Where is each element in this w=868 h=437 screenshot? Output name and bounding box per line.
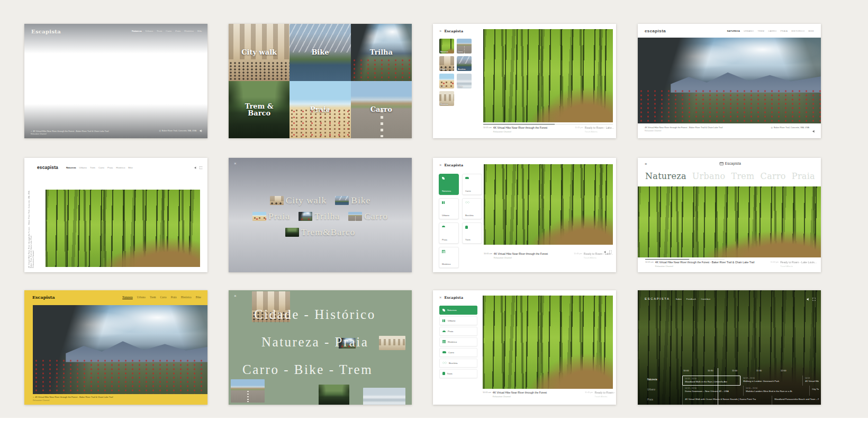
card-historico[interactable]: Histórico	[439, 247, 459, 268]
guide-cell[interactable]: Woodland Panaaurinko Beach and Town – PH	[772, 396, 821, 405]
nav-trem[interactable]: Trem	[157, 30, 162, 32]
card-praia[interactable]: Praia	[439, 222, 459, 244]
menu-line-natureza-praia[interactable]: Natureza - Praia	[261, 335, 368, 350]
progress-bar[interactable]	[483, 124, 613, 124]
logo[interactable]: Escapista	[444, 163, 463, 167]
guide-cell[interactable]: 14:13 – 15:50 Walking in London: Greenwi…	[740, 376, 802, 386]
category-tile-carro[interactable]: Carro	[351, 81, 412, 138]
list-item-bicicleta[interactable]: Bicicleta	[439, 359, 477, 368]
nav-natureza[interactable]: Natureza	[66, 166, 76, 169]
forest-video-player[interactable]	[638, 186, 821, 257]
nav-carro[interactable]: Carro	[160, 296, 166, 299]
nav-praia[interactable]: Praia	[107, 166, 113, 169]
list-item-natureza[interactable]: Natureza	[439, 306, 477, 315]
forest-video-player[interactable]	[483, 296, 613, 389]
tab-natureza[interactable]: Natureza	[645, 171, 686, 181]
nav-contribuir[interactable]: Contribuir	[701, 298, 710, 300]
tab-trem[interactable]: Trem	[731, 171, 754, 181]
nav-historico[interactable]: Histórico	[116, 166, 125, 169]
forest-video-player[interactable]	[46, 190, 200, 267]
nav-trem[interactable]: Trem	[90, 166, 95, 169]
thumb-praia[interactable]: Praia	[439, 74, 454, 88]
forest-video-player[interactable]	[483, 29, 613, 122]
nav-praia[interactable]: PRAIA	[780, 30, 788, 32]
nav-praia[interactable]: Praia	[175, 30, 180, 32]
nav-bike[interactable]: Bike	[196, 296, 201, 299]
logo[interactable]: Escapista	[444, 296, 463, 300]
fullscreen-icon[interactable]	[812, 294, 816, 304]
guide-cell[interactable]: 14:13 4K Virtual Hike Near River T	[802, 376, 821, 386]
logo[interactable]: escapista	[37, 165, 58, 170]
category-tile-bike[interactable]: Bike	[290, 24, 350, 81]
nav-historico[interactable]: HISTORICO	[791, 30, 804, 32]
thumb-trem[interactable]: Trem	[457, 74, 472, 88]
thumb-historico[interactable]: Histórico	[439, 91, 454, 106]
nav-praia[interactable]: Praia	[171, 296, 177, 299]
logo[interactable]: Escapista	[32, 295, 55, 300]
card-urbano[interactable]: Urbano	[439, 198, 459, 219]
nav-urbano[interactable]: URBANO	[744, 30, 754, 32]
nav-bike[interactable]: Bike	[128, 166, 133, 169]
tab-praia[interactable]: Praia	[792, 171, 815, 181]
nav-carro[interactable]: Carro	[166, 30, 171, 32]
nav-bike[interactable]: BIKE	[808, 30, 814, 32]
list-item-urbano[interactable]: Urbano	[439, 316, 477, 325]
nav-trem[interactable]: TREM	[757, 30, 764, 32]
fullscreen-icon[interactable]	[200, 163, 203, 172]
card-natureza[interactable]: Natureza	[439, 174, 459, 195]
forest-video-player[interactable]	[484, 164, 613, 245]
thumb-carro[interactable]: Carro	[457, 39, 472, 53]
mountain-video-player[interactable]	[33, 305, 207, 394]
menu-item-trem-barco[interactable]: Trem&Barco	[285, 227, 356, 238]
list-item-praia[interactable]: Praia	[439, 327, 477, 336]
progress-bar[interactable]	[645, 259, 725, 260]
guide-cell[interactable]: City Tours – Walkin	[809, 386, 821, 396]
list-item-trem[interactable]: Trem	[439, 369, 477, 378]
category-tile-trem-barco[interactable]: Trem & Barco	[229, 81, 290, 138]
close-icon[interactable]: ×	[234, 293, 237, 298]
speaker-icon[interactable]	[200, 126, 203, 135]
nav-sobre[interactable]: Sobre	[676, 298, 682, 300]
speaker-icon[interactable]	[194, 163, 197, 172]
guide-cell[interactable]: 4K Virtual Walk with Ocean Waves & Natur…	[682, 396, 772, 405]
logo[interactable]: Escapista	[719, 162, 741, 165]
nav-bike[interactable]: Bike	[197, 30, 202, 32]
thumb-bicicleta[interactable]: Bicicleta	[457, 56, 472, 71]
close-icon[interactable]: ×	[439, 296, 441, 300]
guide-cell[interactable]: 14:10 – 15:50 Wailuku Landers West End i…	[743, 386, 809, 396]
menu-item-carro[interactable]: Carro	[348, 211, 388, 222]
nav-historico[interactable]: Histórico	[184, 30, 194, 32]
close-icon[interactable]: ×	[439, 163, 441, 167]
card-bicicleta[interactable]: Bicicleta	[462, 198, 482, 219]
list-item-historico[interactable]: Histórico	[439, 337, 477, 346]
tab-carro[interactable]: Carro	[761, 171, 786, 181]
menu-item-praia[interactable]: Praia	[252, 211, 290, 222]
menu-line-carro-bike-trem[interactable]: Carro - Bike - Trem	[242, 362, 373, 377]
nav-urbano[interactable]: Urbano	[137, 296, 146, 299]
logo[interactable]: ESCAPISTA	[645, 297, 670, 300]
menu-item-bike[interactable]: Bike	[335, 195, 370, 206]
tab-urbano[interactable]: Urbano	[692, 171, 726, 181]
menu-line-cidade-historico[interactable]: Cidade - Histórico	[254, 307, 376, 322]
nav-feedback[interactable]: Feedback	[686, 298, 696, 300]
card-carro[interactable]: Carro	[462, 174, 482, 195]
menu-item-city-walk[interactable]: City walk	[270, 195, 327, 206]
thumb-urbano[interactable]: Urbano	[439, 56, 454, 71]
category-tile-city-walk[interactable]: City walk	[229, 24, 290, 81]
nav-natureza[interactable]: Natureza	[122, 296, 132, 299]
logo[interactable]: Escapista	[444, 29, 463, 33]
menu-item-trilha[interactable]: Trilha	[299, 211, 340, 222]
nav-natureza[interactable]: Natureza	[132, 30, 142, 32]
nav-trem[interactable]: Trem	[150, 296, 156, 299]
speaker-icon[interactable]	[807, 294, 810, 304]
card-trem[interactable]: Trem	[462, 222, 482, 244]
nav-carro[interactable]: Carro	[98, 166, 104, 169]
logo[interactable]: Escapista	[31, 29, 61, 34]
category-tile-trilha[interactable]: Trilha	[351, 24, 412, 81]
nav-urbano[interactable]: Urbano	[146, 30, 153, 32]
list-item-carro[interactable]: Carro	[439, 348, 477, 357]
nav-historico[interactable]: Histórico	[181, 296, 192, 299]
guide-cell[interactable]: 14:13 – 15:50 Woodland Walk in the Rain …	[682, 376, 740, 386]
logo[interactable]: escapista	[645, 29, 666, 33]
category-tile-praia[interactable]: Praia	[290, 81, 350, 138]
